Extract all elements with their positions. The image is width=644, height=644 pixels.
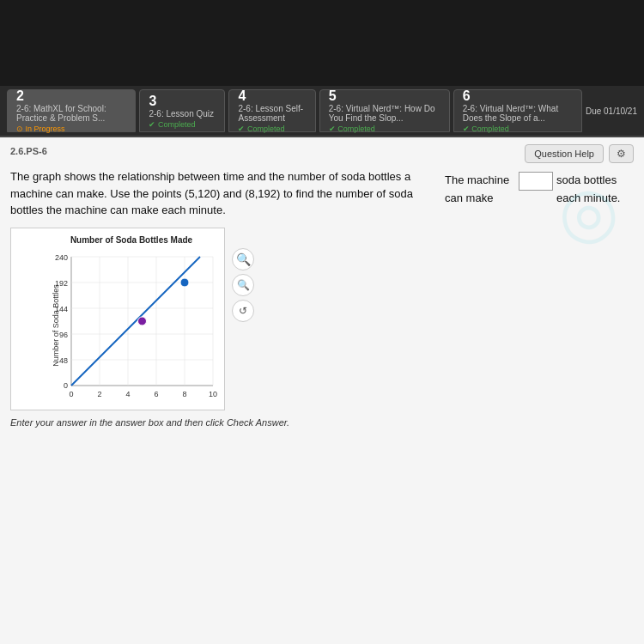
tab-1[interactable]: 2 2-6: MathXL for School: Practice & Pro… xyxy=(7,89,136,132)
screen: 2 2-6: MathXL for School: Practice & Pro… xyxy=(0,0,644,644)
tab-1-status: ⊙ In Progress xyxy=(16,125,126,133)
tab-3[interactable]: 4 2-6: Lesson Self-Assessment ✔ Complete… xyxy=(228,89,315,132)
svg-text:0: 0 xyxy=(69,390,73,398)
graph-container: Number of Soda Bottles Made Number of So… xyxy=(10,228,634,410)
tab-1-num: 2 xyxy=(16,88,126,104)
tab-4[interactable]: 5 2-6: Virtual Nerd™: How Do You Find th… xyxy=(319,89,450,132)
reset-view-button[interactable]: ↺ xyxy=(232,300,254,322)
graph-y-label: Number of Soda Bottles xyxy=(52,284,60,367)
graph-wrapper: Number of Soda Bottles Made Number of So… xyxy=(10,228,225,410)
question-help-button[interactable]: Question Help xyxy=(525,144,604,163)
svg-point-26 xyxy=(180,278,189,287)
zoom-out-button[interactable]: 🔍 xyxy=(232,274,254,296)
svg-text:6: 6 xyxy=(154,390,158,398)
svg-text:240: 240 xyxy=(55,253,68,262)
due-date: Due 01/10/21 xyxy=(586,106,637,116)
answer-input[interactable] xyxy=(519,172,553,191)
tab-2-status: ✔ Completed xyxy=(149,120,216,129)
svg-point-25 xyxy=(138,317,147,325)
tab-3-num: 4 xyxy=(238,88,306,104)
tab-2-num: 3 xyxy=(149,94,216,109)
content-wrapper: 2.6.PS-6 Question Help ⚙ The graph shows… xyxy=(0,137,644,644)
tab-5-status: ✔ Completed xyxy=(463,125,573,133)
graph-svg-container: Number of Soda Bottles xyxy=(46,248,217,403)
tab-4-status: ✔ Completed xyxy=(329,125,440,133)
answer-prefix: The machine can make xyxy=(445,172,515,208)
svg-text:4: 4 xyxy=(125,390,130,398)
svg-line-24 xyxy=(71,257,200,386)
tab-2[interactable]: 3 2-6: Lesson Quiz ✔ Completed xyxy=(139,89,225,132)
zoom-out-icon: 🔍 xyxy=(237,279,250,291)
answer-instruction: Enter your answer in the answer box and … xyxy=(10,417,634,428)
settings-button[interactable]: ⚙ xyxy=(609,144,634,163)
tab-5-label: 2-6: Virtual Nerd™: What Does the Slope … xyxy=(463,104,573,123)
graph-svg: 240 192 144 96 48 0 0 2 4 6 8 10 xyxy=(46,248,217,403)
tab-1-label: 2-6: MathXL for School: Practice & Probl… xyxy=(16,104,126,123)
tab-4-num: 5 xyxy=(329,88,440,104)
svg-text:48: 48 xyxy=(59,356,68,365)
tab-3-status: ✔ Completed xyxy=(238,125,306,133)
nav-tabs: 2 2-6: MathXL for School: Practice & Pro… xyxy=(0,86,644,137)
svg-text:8: 8 xyxy=(182,390,186,398)
zoom-controls: 🔍 🔍 ↺ xyxy=(232,248,254,410)
tab-4-label: 2-6: Virtual Nerd™: How Do You Find the … xyxy=(329,104,440,123)
svg-text:2: 2 xyxy=(97,390,101,398)
reset-icon: ↺ xyxy=(239,305,247,317)
lesson-id: 2.6.PS-6 xyxy=(10,146,47,156)
answer-area: The machine can make soda bottles each m… xyxy=(445,168,634,219)
zoom-in-icon: 🔍 xyxy=(236,252,251,266)
svg-text:0: 0 xyxy=(64,381,68,390)
zoom-in-button[interactable]: 🔍 xyxy=(232,248,254,270)
tab-5[interactable]: 6 2-6: Virtual Nerd™: What Does the Slop… xyxy=(453,89,582,132)
question-text: The graph shows the relationship between… xyxy=(10,168,431,219)
graph-title: Number of Soda Bottles Made xyxy=(46,235,217,245)
answer-suffix: soda bottles each minute. xyxy=(556,172,634,208)
tab-2-label: 2-6: Lesson Quiz xyxy=(149,109,216,118)
top-bar xyxy=(0,0,644,86)
question-area: The graph shows the relationship between… xyxy=(10,168,634,219)
tab-3-label: 2-6: Lesson Self-Assessment xyxy=(238,104,306,123)
svg-text:10: 10 xyxy=(209,390,217,398)
svg-text:96: 96 xyxy=(59,331,68,339)
tab-5-num: 6 xyxy=(463,88,573,104)
